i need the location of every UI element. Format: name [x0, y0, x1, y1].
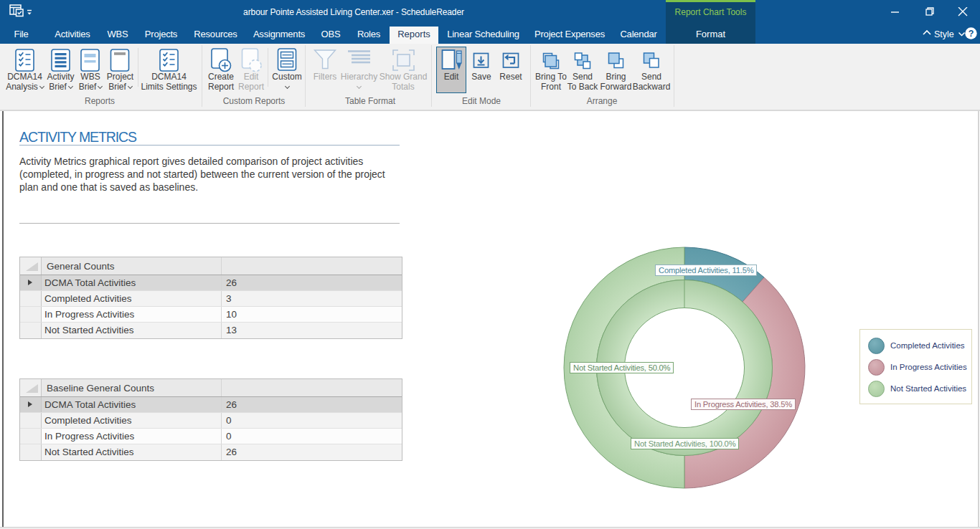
svg-text:?: ?: [969, 29, 974, 39]
